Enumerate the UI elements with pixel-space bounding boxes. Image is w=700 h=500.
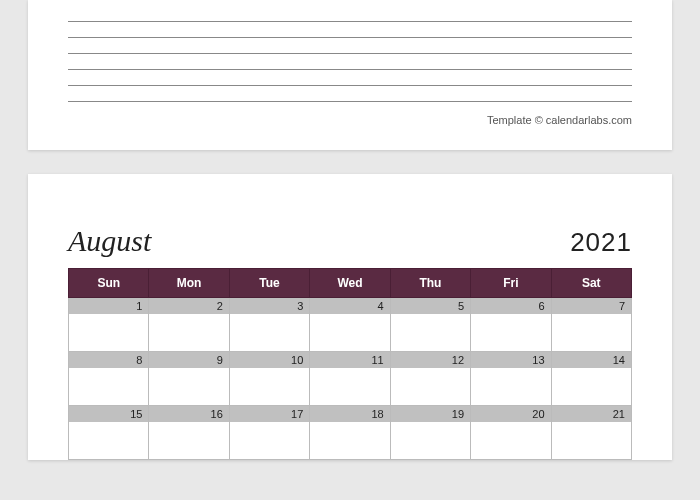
week-row: 8 9 10 11 12 13 14	[69, 352, 632, 406]
day-cell[interactable]: 8	[69, 352, 149, 406]
day-number: 9	[149, 352, 228, 368]
day-number: 3	[230, 298, 309, 314]
day-number: 16	[149, 406, 228, 422]
day-cell[interactable]: 14	[551, 352, 631, 406]
day-cell[interactable]: 18	[310, 406, 390, 460]
note-line	[68, 38, 632, 54]
day-number: 5	[391, 298, 470, 314]
month-name: August	[68, 224, 151, 258]
day-number: 12	[391, 352, 470, 368]
day-number: 7	[552, 298, 631, 314]
day-cell[interactable]: 11	[310, 352, 390, 406]
day-number: 6	[471, 298, 550, 314]
day-cell[interactable]: 6	[471, 298, 551, 352]
day-cell[interactable]: 10	[229, 352, 309, 406]
day-number: 20	[471, 406, 550, 422]
day-cell[interactable]: 9	[149, 352, 229, 406]
day-header: Thu	[390, 269, 470, 298]
day-header: Wed	[310, 269, 390, 298]
note-line	[68, 22, 632, 38]
day-cell[interactable]: 12	[390, 352, 470, 406]
note-line	[68, 54, 632, 70]
day-number: 18	[310, 406, 389, 422]
note-line	[68, 6, 632, 22]
day-number: 1	[69, 298, 148, 314]
calendar-page: August 2021 Sun Mon Tue Wed Thu Fri Sat …	[28, 174, 672, 460]
day-cell[interactable]: 16	[149, 406, 229, 460]
day-number: 2	[149, 298, 228, 314]
year: 2021	[570, 227, 632, 258]
day-cell[interactable]: 4	[310, 298, 390, 352]
day-cell[interactable]: 7	[551, 298, 631, 352]
day-header: Fri	[471, 269, 551, 298]
day-header: Sat	[551, 269, 631, 298]
note-line	[68, 86, 632, 102]
day-number: 4	[310, 298, 389, 314]
week-row: 1 2 3 4 5 6 7	[69, 298, 632, 352]
day-header: Mon	[149, 269, 229, 298]
day-number: 13	[471, 352, 550, 368]
day-cell[interactable]: 21	[551, 406, 631, 460]
day-number: 14	[552, 352, 631, 368]
day-number: 21	[552, 406, 631, 422]
day-cell[interactable]: 13	[471, 352, 551, 406]
day-header: Tue	[229, 269, 309, 298]
day-cell[interactable]: 17	[229, 406, 309, 460]
day-cell[interactable]: 3	[229, 298, 309, 352]
day-number: 17	[230, 406, 309, 422]
template-credit: Template © calendarlabs.com	[68, 114, 632, 126]
notes-area[interactable]	[68, 0, 632, 102]
week-row: 15 16 17 18 19 20 21	[69, 406, 632, 460]
day-number: 19	[391, 406, 470, 422]
day-number: 15	[69, 406, 148, 422]
day-number: 10	[230, 352, 309, 368]
day-header: Sun	[69, 269, 149, 298]
note-line	[68, 70, 632, 86]
day-header-row: Sun Mon Tue Wed Thu Fri Sat	[69, 269, 632, 298]
day-cell[interactable]: 2	[149, 298, 229, 352]
day-cell[interactable]: 19	[390, 406, 470, 460]
day-cell[interactable]: 15	[69, 406, 149, 460]
day-number: 11	[310, 352, 389, 368]
day-cell[interactable]: 1	[69, 298, 149, 352]
day-number: 8	[69, 352, 148, 368]
prev-page-bottom: Template © calendarlabs.com	[28, 0, 672, 150]
calendar-header: August 2021	[68, 224, 632, 258]
day-cell[interactable]: 5	[390, 298, 470, 352]
day-cell[interactable]: 20	[471, 406, 551, 460]
calendar-grid: Sun Mon Tue Wed Thu Fri Sat 1 2 3 4 5 6 …	[68, 268, 632, 460]
